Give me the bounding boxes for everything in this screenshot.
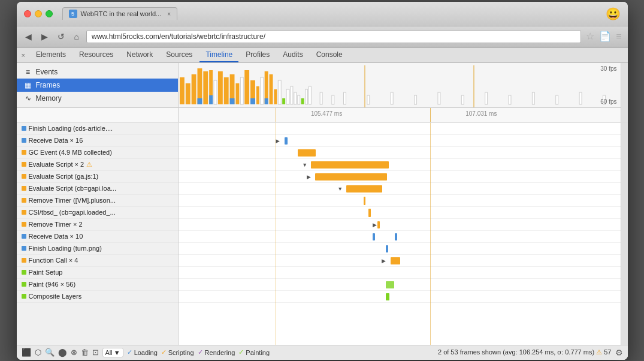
tab-resources[interactable]: Resources (73, 48, 119, 62)
tl-bar-orange-long (311, 161, 389, 169)
list-item[interactable]: GC Event (4.9 MB collected) (17, 147, 178, 159)
right-scrollbar[interactable] (621, 123, 628, 345)
scrollbar[interactable] (621, 63, 628, 108)
close-button[interactable] (24, 10, 31, 17)
menu-icon[interactable]: ≡ (616, 31, 621, 42)
svg-rect-26 (286, 89, 289, 104)
separator-line-2 (430, 123, 431, 345)
tl-row-finish2 (179, 243, 621, 255)
list-item[interactable]: Evaluate Script (ga.js:1) (17, 171, 178, 183)
expand-icon4: ▶ (382, 258, 386, 264)
list-item[interactable]: Paint (946 × 56) (17, 279, 178, 291)
address-bar[interactable] (86, 30, 581, 43)
tab-elements[interactable]: Elements (30, 48, 72, 62)
reload-button[interactable]: ↺ (55, 31, 67, 43)
svg-rect-28 (294, 92, 296, 104)
svg-rect-13 (235, 83, 239, 104)
tab-sources[interactable]: Sources (160, 48, 198, 62)
filter-label: All (105, 349, 113, 356)
event-dot (22, 198, 26, 203)
title-bar: 5 WebRTC in the real world... × 😀 (17, 2, 628, 26)
list-item[interactable]: Paint Setup (17, 267, 178, 279)
warning-icon: ⚠ (86, 161, 92, 169)
page-action-icon[interactable]: 📄 (599, 31, 611, 42)
tl-bar-green2 (386, 293, 389, 300)
svg-rect-36 (367, 95, 369, 104)
svg-rect-18 (256, 86, 259, 104)
tab-network[interactable]: Network (120, 48, 159, 62)
panel-frames[interactable]: ▦ Frames (17, 79, 178, 92)
loading-filter[interactable]: ✓ Loading (127, 348, 158, 356)
event-list: Finish Loading (cds-article.... Receive … (17, 123, 178, 345)
status-bar: ⬛ ⬡ 🔍 ⬤ ⊗ 🗑 ⊡ All ▼ ✓ Loading ✓ Scriptin… (17, 345, 628, 360)
select-icon[interactable]: ⊡ (92, 348, 99, 357)
painting-filter[interactable]: ✓ Painting (238, 348, 270, 356)
settings-gear-icon[interactable]: ⚙ (615, 348, 623, 357)
scripting-label: Scripting (168, 349, 194, 356)
tl-row-paint-setup (179, 267, 621, 279)
bookmark-star-icon[interactable]: ☆ (586, 31, 594, 42)
expand-icon3: ▶ (373, 222, 377, 228)
back-button[interactable]: ◀ (23, 31, 34, 43)
list-item[interactable]: Receive Data × 16 (17, 135, 178, 147)
composite-layers-label: Composite Layers (29, 293, 82, 300)
svg-rect-10 (223, 77, 228, 104)
svg-rect-35 (343, 92, 346, 104)
svg-rect-21 (264, 98, 268, 104)
svg-rect-43 (532, 92, 534, 104)
event-dot (22, 138, 26, 143)
list-item[interactable]: Evaluate Script × 2 ⚠ (17, 159, 178, 171)
devtools-close-icon[interactable]: × (22, 52, 25, 59)
maximize-button[interactable] (46, 10, 53, 17)
event-dot (22, 294, 26, 299)
stop-icon[interactable]: ⊗ (71, 348, 77, 357)
list-item[interactable]: CSI/tbsd_ (cb=gapi.loaded_... (17, 207, 178, 219)
tab-close-icon[interactable]: × (167, 11, 171, 17)
svg-rect-42 (509, 95, 511, 104)
separator-line-1 (276, 123, 276, 345)
painting-label: Painting (246, 349, 270, 356)
timeline-ruler: 105.477 ms 107.031 ms (179, 108, 621, 122)
minimize-button[interactable] (35, 10, 42, 17)
fps-30-label: 30 fps (600, 65, 616, 72)
tl-bar-blue (285, 137, 288, 145)
svg-rect-34 (331, 95, 334, 104)
tl-row-receive2 (179, 231, 621, 243)
emoji-icon: 😀 (606, 7, 621, 21)
panel-memory[interactable]: ∿ Memory (17, 92, 178, 105)
memory-label: Memory (36, 94, 62, 103)
home-button[interactable]: ⌂ (72, 31, 81, 43)
tl-bar-orange4 (391, 257, 400, 264)
search-icon[interactable]: 🔍 (45, 348, 55, 357)
call-stack-icon[interactable]: ⬡ (35, 348, 41, 357)
tl-bar-green (386, 281, 394, 288)
trash-icon[interactable]: 🗑 (81, 348, 89, 357)
tab-profiles[interactable]: Profiles (240, 48, 276, 62)
record-icon[interactable]: ⬛ (22, 348, 31, 357)
svg-rect-0 (179, 77, 184, 104)
list-item[interactable]: Remove Timer × 2 (17, 219, 178, 231)
record-circle-icon[interactable]: ⬤ (58, 348, 67, 357)
list-item[interactable]: Receive Data × 10 (17, 231, 178, 243)
forward-button[interactable]: ▶ (39, 31, 50, 43)
svg-rect-15 (244, 70, 249, 104)
timeline-visualization: ▶ ▼ ▶ (179, 123, 621, 345)
tab-timeline[interactable]: Timeline (199, 48, 238, 62)
panel-events[interactable]: ≡ Events (17, 65, 178, 79)
right-timeline-panel: ▶ ▼ ▶ (179, 123, 621, 345)
tl-bar-orange (298, 149, 316, 157)
list-item[interactable]: Composite Layers (17, 291, 178, 303)
tl-row-eval2: ▶ (179, 171, 621, 183)
list-item[interactable]: Finish Loading (cds-article.... (17, 123, 178, 135)
filter-dropdown[interactable]: All ▼ (102, 348, 123, 357)
tab-console[interactable]: Console (310, 48, 349, 62)
list-item[interactable]: Function Call × 4 (17, 255, 178, 267)
list-item[interactable]: Finish Loading (turn.png) (17, 243, 178, 255)
scripting-filter[interactable]: ✓ Scripting (161, 348, 194, 356)
rendering-filter[interactable]: ✓ Rendering (198, 348, 235, 356)
list-item[interactable]: Remove Timer ([VM].pluson... (17, 195, 178, 207)
tab-audits[interactable]: Audits (277, 48, 309, 62)
list-item[interactable]: Evaluate Script (cb=gapi.loa... (17, 183, 178, 195)
browser-tab[interactable]: 5 WebRTC in the real world... × (62, 7, 178, 20)
tl-row-func: ▶ (179, 255, 621, 267)
